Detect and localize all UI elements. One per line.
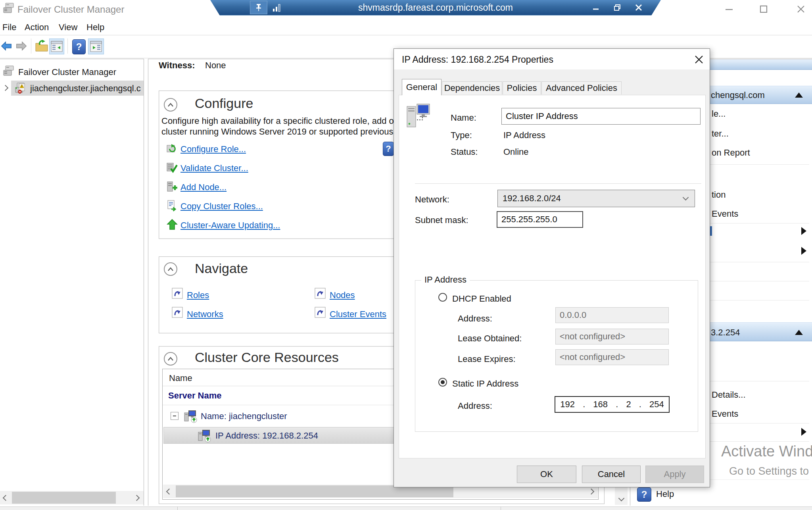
toolbar-separator: [31, 38, 31, 54]
actions-header-label: chengsql.com: [711, 90, 765, 100]
action-item[interactable]: le...: [712, 109, 726, 119]
cluster-aware-updating-link[interactable]: Cluster-Aware Updating...: [180, 220, 280, 231]
dhcp-enabled-radio[interactable]: [438, 293, 447, 302]
dhcp-address-input: [555, 307, 669, 323]
navigate-networks-link[interactable]: Networks: [187, 309, 223, 319]
show-action-pane-button[interactable]: [88, 38, 104, 54]
cancel-button[interactable]: Cancel: [582, 466, 641, 483]
row-label: Name: jiachengcluster: [201, 411, 287, 421]
tree-item-root[interactable]: Failover Cluster Manager: [0, 65, 144, 80]
action-help[interactable]: Help: [656, 489, 674, 499]
more-actions-arrow-icon[interactable]: [801, 428, 806, 436]
status-bar: [0, 506, 812, 510]
ok-button[interactable]: OK: [517, 466, 576, 483]
lease-expires-label: Lease Expires:: [458, 354, 516, 364]
ip-address-properties-dialog: IP Address: 192.168.2.254 Properties Gen…: [394, 48, 710, 487]
menu-help[interactable]: Help: [86, 22, 104, 33]
menu-view[interactable]: View: [59, 22, 77, 33]
shortcut-icon: [172, 307, 183, 319]
dialog-close-icon[interactable]: [692, 54, 706, 65]
navigate-roles-link[interactable]: Roles: [187, 290, 209, 300]
more-actions-arrow-icon[interactable]: [801, 247, 806, 255]
cluster-icon: [13, 81, 27, 96]
tab-policies[interactable]: Policies: [503, 81, 541, 94]
static-ip-label[interactable]: Static IP Address: [452, 379, 518, 389]
scroll-left-button[interactable]: [163, 485, 175, 498]
help-icon[interactable]: ?: [72, 39, 86, 54]
scroll-down-button[interactable]: [615, 491, 628, 505]
collapse-core-resources-button[interactable]: [164, 352, 177, 366]
network-dropdown[interactable]: 192.168.2.0/24: [497, 190, 695, 207]
subnet-mask-input[interactable]: [497, 211, 583, 228]
copy-node-link[interactable]: Add Node...: [180, 182, 227, 192]
icon-fragment: [710, 226, 712, 236]
navigate-title: Navigate: [195, 261, 248, 276]
action-item[interactable]: Events: [712, 209, 738, 219]
validate-cluster-link[interactable]: Validate Cluster...: [180, 163, 248, 173]
navigate-cluster-events-link[interactable]: Cluster Events: [330, 309, 386, 319]
scroll-left-button[interactable]: [0, 491, 11, 504]
host-title: Failover Cluster Manager: [17, 4, 124, 15]
export-list-icon[interactable]: [35, 39, 48, 54]
divider: [415, 183, 701, 184]
configure-role-link[interactable]: Configure Role...: [180, 144, 246, 154]
scroll-thumb[interactable]: [12, 492, 116, 504]
section-help-icon[interactable]: ?: [383, 142, 394, 156]
witness-label: Witness:: [159, 60, 195, 71]
column-header-name[interactable]: Name: [169, 373, 192, 383]
copy-cluster-roles-icon: [166, 200, 178, 213]
collapse-row-icon[interactable]: [171, 412, 179, 420]
tree-item-cluster[interactable]: jiachengcluster.jiachengsql.c: [0, 81, 144, 96]
scroll-right-button[interactable]: [130, 491, 143, 504]
apply-button: Apply: [645, 466, 704, 483]
back-button[interactable]: [0, 40, 13, 54]
collapse-section-icon[interactable]: [795, 92, 803, 98]
more-actions-arrow-icon[interactable]: [801, 227, 806, 235]
configure-title: Configure: [195, 96, 253, 111]
console-tree-panel: Failover Cluster Manager jiachengcluster…: [0, 59, 144, 506]
menu-action[interactable]: Action: [25, 22, 49, 33]
type-label: Type:: [451, 130, 472, 140]
row-label: IP Address: 192.168.2.254: [215, 431, 318, 441]
dialog-titlebar[interactable]: IP Address: 192.168.2.254 Properties: [394, 49, 710, 69]
app-icon: [2, 2, 15, 17]
navigate-nodes-link[interactable]: Nodes: [330, 290, 355, 300]
add-node-icon: [166, 181, 178, 194]
host-close-button[interactable]: [792, 2, 810, 17]
copy-cluster-roles-link[interactable]: Copy Cluster Roles...: [180, 201, 263, 212]
action-item[interactable]: ter...: [712, 129, 729, 139]
tab-dependencies[interactable]: Dependencies: [442, 81, 502, 94]
collapse-navigate-button[interactable]: [164, 262, 177, 276]
tree-expander-icon[interactable]: [2, 85, 9, 91]
dhcp-address-label: Address:: [458, 314, 492, 324]
rdp-close-button[interactable]: [631, 0, 647, 15]
static-ip-input[interactable]: 192 . 168 . 2 . 254: [555, 396, 670, 413]
dhcp-enabled-label[interactable]: DHCP Enabled: [452, 294, 511, 304]
actions-header-label: 3.2.254: [711, 327, 740, 338]
tab-advanced-policies[interactable]: Advanced Policies: [541, 81, 622, 94]
witness-value: None: [205, 60, 226, 71]
lease-expires-input: [555, 349, 669, 365]
action-item[interactable]: Events: [712, 409, 738, 419]
menu-file[interactable]: File: [2, 22, 16, 33]
host-minimize-button[interactable]: [720, 2, 738, 17]
action-item[interactable]: on Report: [712, 148, 750, 158]
rdp-connection-bar: shvmasrdp.fareast.corp.microsoft.com: [210, 0, 661, 15]
static-ip-radio[interactable]: [438, 378, 447, 387]
shortcut-icon: [315, 288, 326, 300]
collapse-configure-button[interactable]: [164, 98, 177, 112]
name-input[interactable]: [501, 108, 701, 125]
tree-hscrollbar[interactable]: [0, 491, 144, 504]
rdp-minimize-button[interactable]: [588, 0, 604, 15]
ip-address-icon: [197, 428, 211, 444]
forward-button[interactable]: [15, 40, 28, 54]
rdp-restore-button[interactable]: [609, 0, 625, 15]
show-console-tree-button[interactable]: [49, 38, 64, 54]
action-item[interactable]: tion: [712, 190, 726, 200]
collapse-section-icon[interactable]: [795, 330, 803, 335]
help-icon[interactable]: ?: [637, 487, 651, 502]
server-name-icon: [183, 409, 198, 425]
action-item[interactable]: Details...: [712, 390, 746, 400]
tab-general[interactable]: General: [402, 79, 442, 95]
host-maximize-button[interactable]: [754, 2, 773, 17]
